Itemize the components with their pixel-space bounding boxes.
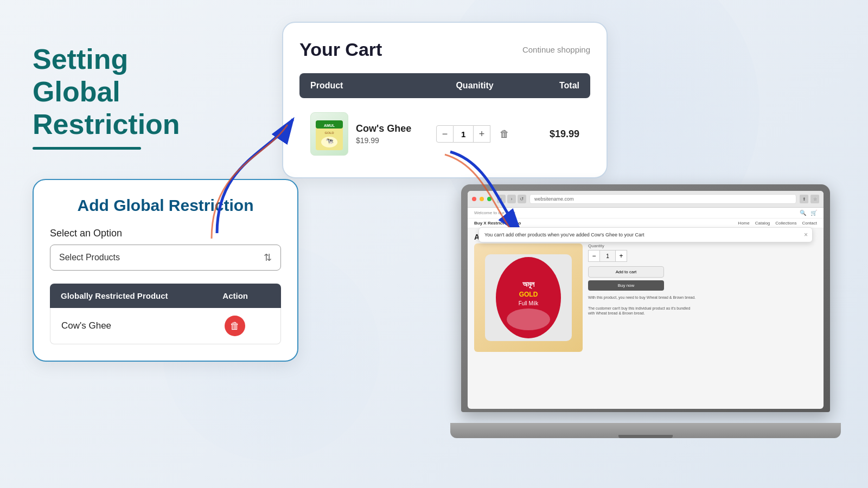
restricted-product-name: Cow's Ghee xyxy=(61,320,200,331)
browser-forward-button[interactable]: › xyxy=(507,195,516,203)
col-total: Total xyxy=(520,81,579,91)
product-price: $19.99 xyxy=(356,136,411,145)
title-underline xyxy=(33,147,141,150)
browser-dot-close[interactable] xyxy=(472,197,476,201)
product-image-svg: AMUL GOLD 🐄 xyxy=(313,115,346,153)
website-product-image: অমূল GOLD Full Milk xyxy=(474,243,583,352)
website-qty-control[interactable]: − 1 + xyxy=(588,250,817,262)
notification-close-button[interactable]: × xyxy=(804,231,808,239)
restriction-table-header: Globally Restricted Product Action xyxy=(50,284,281,308)
website-nav-links: Home Catalog Collections Contact xyxy=(738,221,817,226)
cart-icon[interactable]: 🛒 xyxy=(810,210,817,216)
quantity-increase-button[interactable]: + xyxy=(473,125,490,143)
svg-text:AMUL: AMUL xyxy=(324,124,335,127)
page-title: Setting Global Restriction xyxy=(33,43,217,140)
cart-card: Your Cart Continue shopping Product Quan… xyxy=(282,22,608,178)
browser-dot-minimize[interactable] xyxy=(480,197,484,201)
restriction-card: Add Global Restriction Select an Option … xyxy=(33,179,298,362)
browser-reload-button[interactable]: ↺ xyxy=(518,195,526,203)
description-line1: With this product, you need to buy Wheat… xyxy=(588,295,697,300)
quantity-value: 1 xyxy=(454,125,473,143)
website-add-to-cart-button[interactable]: Add to cart xyxy=(588,266,664,278)
search-icon[interactable]: 🔍 xyxy=(800,210,806,216)
website-product-description: With this product, you need to buy Wheat… xyxy=(588,295,697,316)
notification-popup: You can't add other products when you've… xyxy=(478,227,813,242)
laptop-screen-bezel: ‹ › ↺ websitename.com ⬆ ☆ Welcome to xyxy=(461,184,830,412)
description-line2: The customer can't buy this individual p… xyxy=(588,306,697,317)
quantity-control[interactable]: − 1 + 🗑 xyxy=(430,125,519,143)
website-brand[interactable]: Buy X Restrict Y Demo xyxy=(474,221,521,226)
svg-point-11 xyxy=(507,309,550,330)
browser-nav-buttons: ‹ › ↺ xyxy=(497,195,526,203)
svg-text:অমূল: অমূল xyxy=(522,280,535,289)
cart-item-product: AMUL GOLD 🐄 Cow's Ghee $19.99 xyxy=(310,112,430,156)
col-quantity: Quanitity xyxy=(430,81,519,91)
nav-link-collections[interactable]: Collections xyxy=(775,221,796,226)
amul-milk-svg: অমূল GOLD Full Milk xyxy=(480,249,577,346)
cart-item-delete-button[interactable]: 🗑 xyxy=(496,125,513,143)
website-buy-now-button[interactable]: Buy now xyxy=(588,280,664,291)
browser-dot-maximize[interactable] xyxy=(487,197,492,201)
svg-text:Full Milk: Full Milk xyxy=(519,300,539,306)
svg-text:🐄: 🐄 xyxy=(326,137,334,145)
website-header-text: Welcome to our store xyxy=(474,210,515,215)
laptop-hinge xyxy=(618,435,673,438)
laptop-screen-inner: ‹ › ↺ websitename.com ⬆ ☆ Welcome to xyxy=(468,191,824,409)
website-product-details: Quantity − 1 + Add to cart Buy now With … xyxy=(588,243,817,352)
restriction-table-row: Cow's Ghee 🗑 xyxy=(50,308,281,344)
item-total: $19.99 xyxy=(520,129,579,140)
col-restricted-product: Globally Restricted Product xyxy=(61,291,200,300)
cart-header: Your Cart Continue shopping xyxy=(299,39,590,60)
product-image: AMUL GOLD 🐄 xyxy=(310,112,348,156)
browser-share-button[interactable]: ⬆ xyxy=(800,195,808,203)
laptop-base xyxy=(450,423,841,438)
quantity-decrease-button[interactable]: − xyxy=(436,125,454,143)
delete-circle-button[interactable]: 🗑 xyxy=(225,316,245,336)
select-products-dropdown[interactable]: Select Products ⇅ xyxy=(50,245,281,271)
select-products-value: Select Products xyxy=(59,253,120,262)
website-product-area: অমূল GOLD Full Milk Quantity xyxy=(474,243,817,352)
select-option-label: Select an Option xyxy=(50,228,281,239)
website-qty-value: 1 xyxy=(600,250,615,262)
svg-text:GOLD: GOLD xyxy=(519,291,538,298)
continue-shopping-link[interactable]: Continue shopping xyxy=(522,45,590,54)
trash-icon: 🗑 xyxy=(230,320,240,332)
restricted-product-delete-btn[interactable]: 🗑 xyxy=(200,316,270,336)
laptop-outer: ‹ › ↺ websitename.com ⬆ ☆ Welcome to xyxy=(461,184,841,423)
website-qty-increase[interactable]: + xyxy=(615,250,627,262)
website-header: Welcome to our store 🔍 🛒 xyxy=(468,208,824,219)
qty-label: Quantity xyxy=(588,243,817,248)
website-qty-decrease[interactable]: − xyxy=(588,250,600,262)
browser-chrome: ‹ › ↺ websitename.com ⬆ ☆ xyxy=(468,191,824,208)
col-action: Action xyxy=(200,291,270,300)
product-info: Cow's Ghee $19.99 xyxy=(356,123,411,145)
chevron-icon: ⇅ xyxy=(264,252,272,264)
title-section: Setting Global Restriction xyxy=(33,43,217,150)
laptop-section: ‹ › ↺ websitename.com ⬆ ☆ Welcome to xyxy=(461,184,852,466)
browser-action-buttons: ⬆ ☆ xyxy=(800,195,819,203)
cart-title: Your Cart xyxy=(299,39,382,60)
col-product: Product xyxy=(310,81,430,91)
website-content: Welcome to our store 🔍 🛒 Buy X Restrict … xyxy=(468,208,824,409)
website-body: Amul milk অমূল GOLD Full Milk xyxy=(468,228,824,356)
product-name: Cow's Ghee xyxy=(356,123,411,134)
nav-link-home[interactable]: Home xyxy=(738,221,749,226)
restriction-card-title: Add Global Restriction xyxy=(50,196,281,215)
nav-link-catalog[interactable]: Catalog xyxy=(755,221,770,226)
cart-item-row: AMUL GOLD 🐄 Cow's Ghee $19.99 − 1 + 🗑 $1… xyxy=(299,107,590,161)
nav-link-contact[interactable]: Contact xyxy=(802,221,817,226)
svg-text:GOLD: GOLD xyxy=(324,131,334,134)
browser-bookmark-button[interactable]: ☆ xyxy=(810,195,819,203)
browser-back-button[interactable]: ‹ xyxy=(497,195,506,203)
browser-url-bar[interactable]: websitename.com xyxy=(529,194,796,204)
cart-table-header: Product Quanitity Total xyxy=(299,73,590,98)
notification-text: You can't add other products when you've… xyxy=(484,232,644,237)
